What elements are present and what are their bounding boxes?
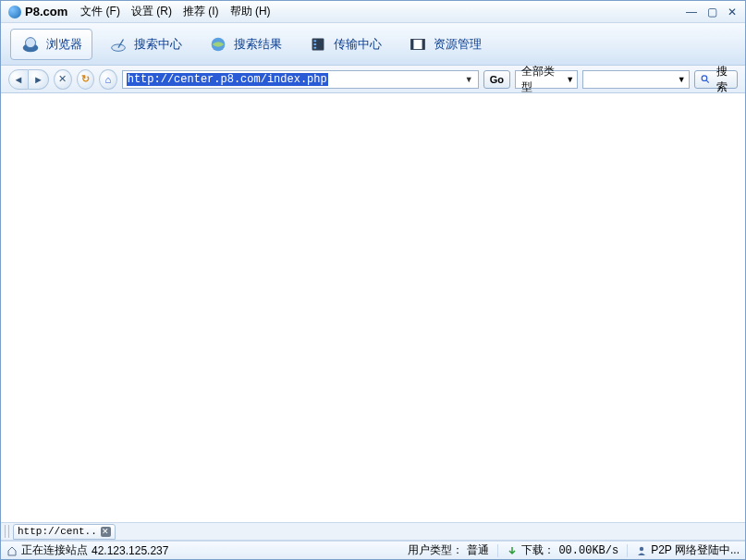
home-icon xyxy=(6,545,18,556)
tab-search-center-label: 搜索中心 xyxy=(134,36,182,53)
maximize-button[interactable]: ▢ xyxy=(704,6,719,18)
tab-resource-manager-label: 资源管理 xyxy=(434,36,482,53)
status-user-type: 用户类型： 普通 xyxy=(408,542,489,558)
separator-icon xyxy=(627,544,628,557)
address-bar[interactable]: http://center.p8.com/index.php ▼ xyxy=(122,70,479,89)
user-type-label: 用户类型： xyxy=(408,542,463,558)
svg-line-13 xyxy=(706,80,708,82)
stop-button[interactable]: ✕ xyxy=(54,69,72,90)
tab-search-result[interactable]: 搜索结果 xyxy=(198,29,292,60)
svg-point-1 xyxy=(26,37,36,47)
server-icon xyxy=(308,35,328,54)
svg-point-12 xyxy=(702,76,707,81)
minimize-button[interactable]: — xyxy=(684,6,699,18)
close-button[interactable]: ✕ xyxy=(725,6,740,18)
status-connecting: 正在连接站点 42.123.125.237 xyxy=(6,542,168,558)
back-button[interactable]: ◄ xyxy=(8,69,29,90)
forward-button[interactable]: ► xyxy=(29,69,49,90)
content-area xyxy=(1,93,745,522)
window-controls: — ▢ ✕ xyxy=(684,6,740,18)
search-icon xyxy=(701,74,710,84)
search-input[interactable]: ▼ xyxy=(582,70,690,89)
tab-search-center[interactable]: 搜索中心 xyxy=(98,29,192,60)
status-bar: 正在连接站点 42.123.125.237 用户类型： 普通 下载： 00.00… xyxy=(1,541,745,559)
page-tab-bar: http://cent.. ✕ xyxy=(1,522,745,541)
search-button[interactable]: 搜索 xyxy=(694,70,738,89)
refresh-button[interactable]: ↻ xyxy=(77,69,95,90)
svg-rect-11 xyxy=(422,39,425,49)
download-label: 下载： xyxy=(521,542,555,558)
browser-icon xyxy=(20,35,41,54)
navigation-bar: ◄ ► ✕ ↻ ⌂ http://center.p8.com/index.php… xyxy=(1,66,745,93)
tab-search-result-label: 搜索结果 xyxy=(234,36,282,53)
title-bar: P8.com 文件 (F) 设置 (R) 推荐 (I) 帮助 (H) — ▢ ✕ xyxy=(1,1,745,23)
user-icon xyxy=(636,545,647,556)
menu-settings[interactable]: 设置 (R) xyxy=(128,2,176,21)
status-p2p: P2P 网络登陆中... xyxy=(636,542,740,558)
nav-back-forward: ◄ ► xyxy=(8,69,49,90)
page-tab-label: http://cent.. xyxy=(18,526,97,537)
address-value: http://center.p8.com/index.php xyxy=(127,73,328,86)
svg-point-2 xyxy=(112,44,126,51)
tab-browser[interactable]: 浏览器 xyxy=(10,29,92,60)
address-dropdown-icon[interactable]: ▼ xyxy=(465,75,476,84)
type-filter-value: 全部类型 xyxy=(521,64,560,95)
search-button-label: 搜索 xyxy=(712,64,731,95)
separator-icon xyxy=(497,544,498,557)
globe-icon xyxy=(208,35,228,54)
tab-resource-manager[interactable]: 资源管理 xyxy=(397,29,492,60)
download-icon xyxy=(507,545,518,556)
satellite-icon xyxy=(108,35,128,54)
p2p-status: P2P 网络登陆中... xyxy=(651,542,740,558)
svg-point-14 xyxy=(640,546,643,550)
download-value: 00.00KB/s xyxy=(558,544,618,557)
tab-close-button[interactable]: ✕ xyxy=(101,527,111,537)
svg-rect-8 xyxy=(313,46,316,48)
tab-transfer-center[interactable]: 传输中心 xyxy=(298,29,392,60)
app-logo-icon xyxy=(8,6,21,18)
tab-transfer-center-label: 传输中心 xyxy=(334,36,382,53)
menu-help[interactable]: 帮助 (H) xyxy=(226,2,275,21)
page-tab[interactable]: http://cent.. ✕ xyxy=(13,524,116,540)
chevron-down-icon: ▼ xyxy=(566,75,574,84)
home-button[interactable]: ⌂ xyxy=(99,69,117,90)
app-name: P8.com xyxy=(25,5,67,18)
film-icon xyxy=(408,35,428,54)
status-connecting-label: 正在连接站点 xyxy=(21,542,88,558)
go-button[interactable]: Go xyxy=(483,70,510,89)
main-toolbar: 浏览器 搜索中心 搜索结果 传输中心 资源管理 xyxy=(1,23,745,66)
user-type-value: 普通 xyxy=(467,542,489,558)
svg-rect-10 xyxy=(411,39,414,49)
type-filter-dropdown[interactable]: 全部类型 ▼ xyxy=(515,70,578,89)
chevron-down-icon: ▼ xyxy=(678,75,686,84)
tab-grip-icon[interactable] xyxy=(5,525,9,538)
status-ip: 42.123.125.237 xyxy=(92,544,168,557)
menu-recommend[interactable]: 推荐 (I) xyxy=(179,2,223,21)
svg-rect-7 xyxy=(313,43,316,45)
menu-file[interactable]: 文件 (F) xyxy=(77,2,124,21)
tab-browser-label: 浏览器 xyxy=(46,36,82,53)
status-download: 下载： 00.00KB/s xyxy=(507,542,618,558)
menu-bar: 文件 (F) 设置 (R) 推荐 (I) 帮助 (H) xyxy=(77,2,684,21)
svg-rect-6 xyxy=(313,40,316,42)
